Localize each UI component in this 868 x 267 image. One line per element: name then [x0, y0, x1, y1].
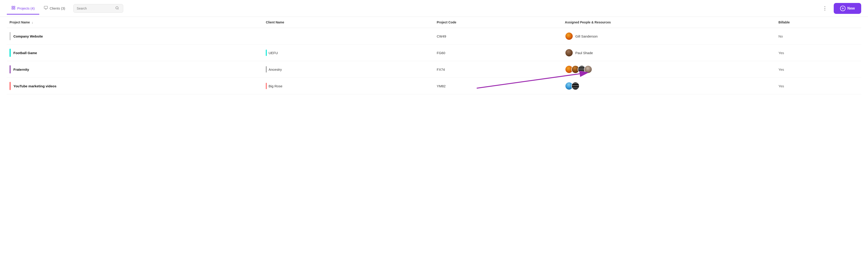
project-cell-2: Football Game [9, 49, 260, 57]
billable-value-2: Yes [779, 51, 784, 55]
tab-clients[interactable]: Clients (3) [39, 2, 70, 15]
col-header-project-name[interactable]: Project Name ↓ [7, 17, 263, 28]
col-header-assigned-people: Assigned People & Resources [562, 17, 776, 28]
project-code-4: YM82 [437, 84, 445, 88]
col-billable-label: Billable [779, 21, 790, 24]
client-color-bar-3 [266, 66, 267, 73]
search-bar[interactable] [73, 4, 123, 13]
avatar-4b [571, 82, 580, 90]
billable-cell-2: Yes [776, 45, 861, 61]
project-code-cell-1: CW49 [434, 28, 562, 45]
avatar-group-3 [565, 65, 592, 74]
project-cell-4: YouTube marketing videos [9, 82, 260, 90]
people-group-4 [565, 82, 773, 90]
client-name-2: UEFU [269, 51, 278, 55]
avatar-3d [584, 65, 592, 74]
project-cell-1: Company Website [9, 32, 260, 40]
billable-value-1: No [779, 34, 783, 38]
project-color-bar-4 [9, 82, 11, 90]
people-group-1: Gill Sanderson [565, 32, 773, 40]
billable-cell-1: No [776, 28, 861, 45]
more-options-button[interactable]: ⋮ [820, 4, 830, 12]
project-code-3: FX74 [437, 68, 445, 72]
svg-rect-0 [12, 6, 13, 7]
new-button-label: New [847, 6, 855, 10]
projects-table: Project Name ↓ Client Name Project Code … [7, 17, 861, 95]
projects-icon [11, 6, 16, 11]
client-cell-3: Ancestry [263, 61, 434, 78]
project-code-cell-3: FX74 [434, 61, 562, 78]
billable-value-3: Yes [779, 68, 784, 72]
table-row[interactable]: Company Website CW49 [7, 28, 861, 45]
client-name-3: Ancestry [269, 68, 282, 72]
person-name-2: Paul Shade [576, 51, 593, 55]
search-icon [115, 6, 119, 11]
table-container: Project Name ↓ Client Name Project Code … [0, 17, 868, 95]
project-name-1: Company Website [13, 34, 43, 38]
col-header-billable: Billable [776, 17, 861, 28]
header: Projects (4) Clients (3) ⋮ + New [0, 0, 868, 17]
more-icon: ⋮ [823, 5, 828, 11]
table-row[interactable]: Fraternity Ancestry FX74 [7, 61, 861, 78]
project-color-bar-1 [9, 32, 11, 40]
search-input[interactable] [77, 7, 113, 10]
col-project-code-label: Project Code [437, 21, 456, 24]
tab-projects[interactable]: Projects (4) [7, 2, 39, 15]
col-project-name-label: Project Name [9, 21, 30, 24]
tab-clients-label: Clients (3) [50, 6, 65, 10]
avatar-2 [565, 49, 573, 57]
client-name-4: Big Rose [269, 84, 282, 88]
people-group-2: Paul Shade [565, 49, 773, 57]
table-header: Project Name ↓ Client Name Project Code … [7, 17, 861, 28]
table-wrapper: Project Name ↓ Client Name Project Code … [7, 17, 861, 95]
project-name-2: Football Game [13, 51, 37, 55]
sort-icon: ↓ [32, 21, 33, 24]
billable-cell-3: Yes [776, 61, 861, 78]
avatar-group-4 [565, 82, 580, 90]
project-name-4: YouTube marketing videos [13, 84, 56, 88]
people-cell-4 [562, 78, 776, 95]
project-name-3: Fraternity [13, 68, 29, 72]
svg-rect-1 [14, 6, 15, 7]
people-cell-3 [562, 61, 776, 78]
people-group-3 [565, 65, 773, 74]
col-client-name-label: Client Name [266, 21, 284, 24]
people-cell-2: Paul Shade [562, 45, 776, 61]
billable-value-4: Yes [779, 84, 784, 88]
col-header-project-code: Project Code [434, 17, 562, 28]
client-inner-2: UEFU [266, 50, 431, 56]
client-color-bar-2 [266, 50, 267, 56]
col-assigned-people-label: Assigned People & Resources [565, 21, 611, 24]
table-row[interactable]: YouTube marketing videos Big Rose YM82 [7, 78, 861, 95]
project-code-1: CW49 [437, 34, 446, 38]
new-button[interactable]: + New [834, 3, 861, 14]
client-inner-4: Big Rose [266, 83, 431, 89]
client-cell-1 [263, 28, 434, 45]
col-header-client-name: Client Name [263, 17, 434, 28]
project-code-cell-2: FG60 [434, 45, 562, 61]
svg-rect-2 [12, 8, 13, 9]
person-name-1: Gill Sanderson [576, 34, 598, 38]
svg-line-8 [118, 9, 119, 9]
project-code-cell-4: YM82 [434, 78, 562, 95]
plus-icon: + [840, 6, 845, 11]
table-row[interactable]: Football Game UEFU FG60 [7, 45, 861, 61]
client-cell-2: UEFU [263, 45, 434, 61]
avatar-group-1 [565, 32, 573, 40]
table-body: Company Website CW49 [7, 28, 861, 95]
tab-bar: Projects (4) Clients (3) [7, 2, 70, 14]
client-color-bar-4 [266, 83, 267, 89]
svg-rect-3 [14, 8, 15, 9]
tab-projects-label: Projects (4) [17, 6, 35, 10]
svg-rect-4 [44, 6, 48, 9]
project-color-bar-3 [9, 65, 11, 74]
clients-icon [44, 6, 48, 11]
avatar-1 [565, 32, 573, 40]
project-code-2: FG60 [437, 51, 445, 55]
avatar-group-2 [565, 49, 573, 57]
client-cell-4: Big Rose [263, 78, 434, 95]
svg-point-7 [116, 7, 118, 9]
project-cell-3: Fraternity [9, 65, 260, 74]
client-inner-3: Ancestry [266, 66, 431, 73]
project-color-bar-2 [9, 49, 11, 57]
